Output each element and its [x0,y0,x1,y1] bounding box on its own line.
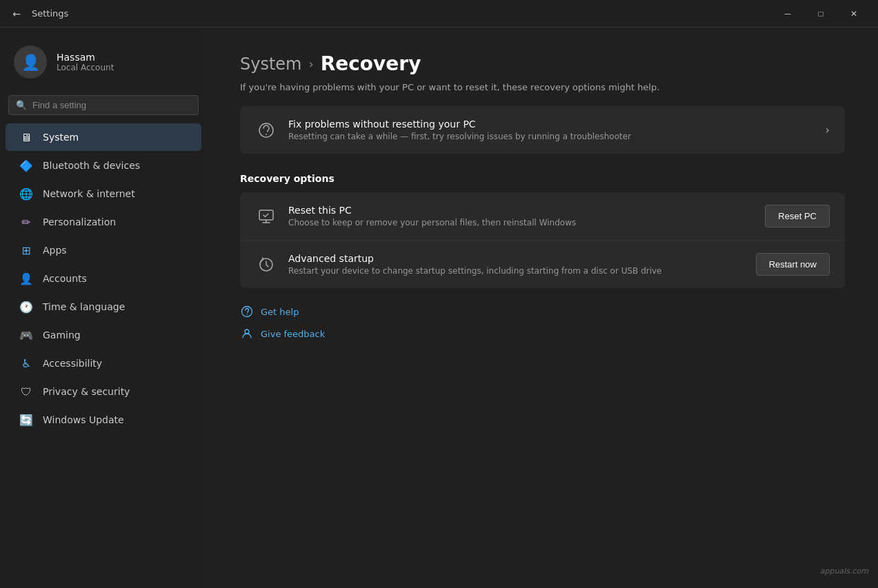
advanced-startup-left: Advanced startup Restart your device to … [255,253,662,276]
windows-update-icon: 🔄 [19,413,33,427]
main-content: System › Recovery If you're having probl… [207,28,878,588]
minimize-button[interactable]: ─ [772,3,804,25]
give-feedback-label: Give feedback [261,329,325,339]
page-header: System › Recovery If you're having probl… [240,52,845,92]
user-profile[interactable]: 👤 Hassam Local Account [0,39,207,92]
svg-point-4 [242,307,252,317]
advanced-startup-text: Advanced startup Restart your device to … [288,253,662,276]
give-feedback-link[interactable]: Give feedback [240,327,845,341]
sidebar-item-label: Apps [43,245,67,256]
advanced-startup-icon [255,254,277,276]
breadcrumb: System › Recovery [240,52,845,75]
search-icon: 🔍 [16,100,27,110]
sidebar-item-system[interactable]: 🖥 System [6,123,201,151]
advanced-startup-title: Advanced startup [288,253,662,264]
accounts-icon: 👤 [19,272,33,285]
svg-point-1 [266,134,267,135]
sidebar: 👤 Hassam Local Account 🔍 🖥 System 🔷 Blue… [0,28,207,588]
recovery-card: Reset this PC Choose to keep or remove y… [240,192,845,288]
system-icon: 🖥 [19,130,33,144]
back-button[interactable]: ← [8,6,25,22]
bluetooth-icon: 🔷 [19,159,33,172]
gaming-icon: 🎮 [19,328,33,342]
app-container: 👤 Hassam Local Account 🔍 🖥 System 🔷 Blue… [0,28,878,588]
fix-text-subtitle: Resetting can take a while — first, try … [288,132,631,141]
privacy-icon: 🛡 [19,385,33,398]
titlebar-left: ← Settings [8,6,68,22]
fix-text: Fix problems without resetting your PC R… [288,119,631,141]
reset-pc-icon [255,205,277,227]
sidebar-item-bluetooth[interactable]: 🔷 Bluetooth & devices [6,152,201,179]
titlebar-title: Settings [32,8,68,19]
sidebar-item-label: Privacy & security [43,386,130,397]
svg-point-5 [246,314,248,315]
sidebar-item-accounts[interactable]: 👤 Accounts [6,265,201,292]
nav-list: 🖥 System 🔷 Bluetooth & devices 🌐 Network… [0,123,207,434]
sidebar-item-label: Accessibility [43,358,102,369]
advanced-startup-subtitle: Restart your device to change startup se… [288,266,662,276]
sidebar-item-label: Bluetooth & devices [43,160,140,171]
get-help-icon [240,305,254,318]
recovery-options-label: Recovery options [240,173,845,184]
sidebar-item-personalization[interactable]: ✏️ Personalization [6,208,201,236]
sidebar-item-label: Accounts [43,273,87,284]
user-name: Hassam [57,52,114,63]
titlebar: ← Settings ─ □ ✕ [0,0,878,28]
fix-card-left: Fix problems without resetting your PC R… [255,119,631,141]
svg-point-6 [245,330,249,334]
accessibility-icon: ♿ [19,356,33,370]
give-feedback-icon [240,327,254,341]
sidebar-item-apps[interactable]: ⊞ Apps [6,236,201,264]
search-input[interactable] [32,100,191,110]
sidebar-item-label: Time & language [43,301,125,312]
breadcrumb-parent: System [240,54,302,74]
fix-problems-card[interactable]: Fix problems without resetting your PC R… [240,106,845,154]
reset-pc-row: Reset this PC Choose to keep or remove y… [240,192,845,241]
reset-pc-title: Reset this PC [288,205,576,216]
breadcrumb-current: Recovery [321,52,421,75]
time-icon: 🕐 [19,300,33,314]
personalization-icon: ✏️ [19,215,33,229]
reset-pc-left: Reset this PC Choose to keep or remove y… [255,205,576,227]
maximize-button[interactable]: □ [805,3,837,25]
sidebar-item-label: System [43,132,79,143]
sidebar-item-label: Network & internet [43,188,135,199]
avatar: 👤 [14,45,47,79]
fix-problems-icon [255,119,277,141]
sidebar-item-time[interactable]: 🕐 Time & language [6,293,201,321]
get-help-link[interactable]: Get help [240,305,845,318]
search-box[interactable]: 🔍 [8,95,199,115]
chevron-right-icon: › [826,123,830,136]
close-button[interactable]: ✕ [838,3,870,25]
get-help-label: Get help [261,307,299,317]
breadcrumb-separator: › [309,57,314,71]
page-subtitle: If you're having problems with your PC o… [240,82,845,92]
reset-pc-text: Reset this PC Choose to keep or remove y… [288,205,576,227]
reset-pc-subtitle: Choose to keep or remove your personal f… [288,218,576,227]
sidebar-item-accessibility[interactable]: ♿ Accessibility [6,349,201,377]
svg-rect-2 [259,210,273,220]
sidebar-item-label: Gaming [43,330,81,341]
sidebar-item-privacy[interactable]: 🛡 Privacy & security [6,378,201,405]
sidebar-item-label: Windows Update [43,414,124,425]
sidebar-item-gaming[interactable]: 🎮 Gaming [6,321,201,349]
sidebar-item-windows-update[interactable]: 🔄 Windows Update [6,406,201,434]
advanced-startup-row: Advanced startup Restart your device to … [240,241,845,288]
window-controls: ─ □ ✕ [772,3,870,25]
apps-icon: ⊞ [19,243,33,257]
network-icon: 🌐 [19,187,33,201]
reset-pc-button[interactable]: Reset PC [765,205,830,227]
fix-text-title: Fix problems without resetting your PC [288,119,631,130]
user-info: Hassam Local Account [57,52,114,72]
sidebar-item-label: Personalization [43,216,116,227]
user-role: Local Account [57,63,114,72]
back-icon: ← [12,8,21,19]
restart-now-button[interactable]: Restart now [756,253,830,276]
sidebar-item-network[interactable]: 🌐 Network & internet [6,180,201,207]
help-links: Get help Give feedback [240,305,845,341]
avatar-icon: 👤 [21,54,40,71]
